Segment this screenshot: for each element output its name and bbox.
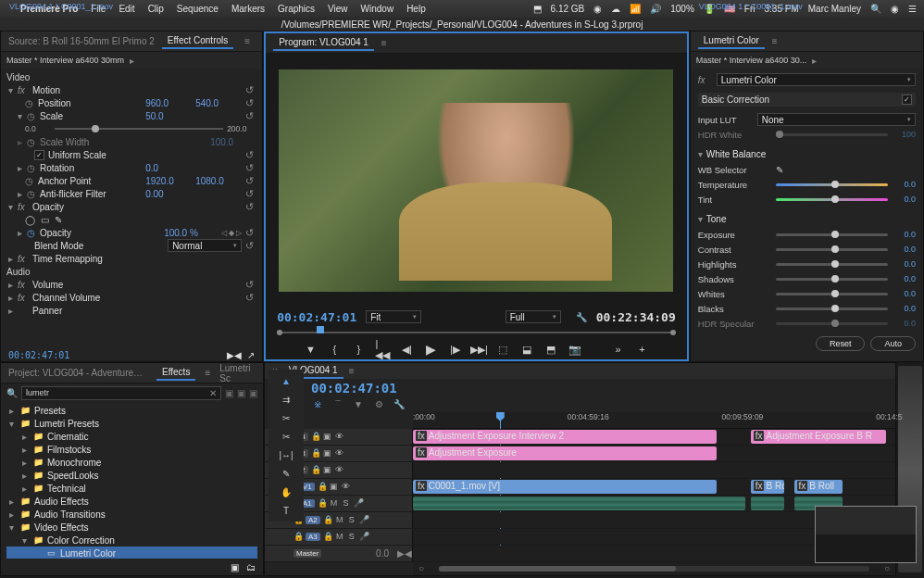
- tab-project[interactable]: Project: VLOG004 - Adventures in S-Log 3: [8, 368, 147, 378]
- lumetri-effect-dropdown[interactable]: Lumetri Color: [717, 73, 916, 86]
- scale-expand-icon[interactable]: ▾: [16, 111, 23, 121]
- marker-button[interactable]: ▼: [303, 342, 318, 357]
- notification-icon[interactable]: ☰: [908, 4, 917, 14]
- mic-icon[interactable]: 🎤: [354, 498, 363, 508]
- temp-value[interactable]: 0.0: [893, 180, 916, 189]
- step-forward-button[interactable]: |▶: [447, 342, 462, 357]
- fx-badge-icon[interactable]: fx: [18, 202, 29, 212]
- wrench-icon[interactable]: 🔧: [393, 398, 406, 411]
- eye-icon[interactable]: 👁: [342, 482, 351, 491]
- clip-adjustment-layer[interactable]: fxAdjustment Exposure: [413, 446, 717, 460]
- eyedropper-icon[interactable]: ✎: [776, 165, 783, 175]
- flicker-expand-icon[interactable]: ▸: [16, 189, 23, 199]
- master-value[interactable]: 0.0: [376, 548, 394, 559]
- temperature-slider[interactable]: [776, 183, 888, 186]
- toggle-icon[interactable]: ▣: [323, 432, 332, 441]
- link-icon[interactable]: ⌒: [331, 398, 344, 411]
- motion-expand-icon[interactable]: ▾: [6, 85, 14, 95]
- opacitypct-reset-icon[interactable]: ↺: [245, 227, 256, 239]
- mic-icon[interactable]: 🎤: [359, 532, 368, 541]
- keyframe-toggle-icon[interactable]: ◷: [27, 228, 36, 238]
- motion-label[interactable]: Motion: [32, 85, 242, 95]
- volume-label[interactable]: Volume: [32, 280, 242, 290]
- exposure-value[interactable]: 0.0: [893, 230, 916, 239]
- timeremap-expand-icon[interactable]: ▸: [6, 254, 14, 264]
- timeline-scrollbar[interactable]: [439, 566, 869, 572]
- lock-icon[interactable]: 🔒: [323, 532, 332, 541]
- filter-icon[interactable]: ▣: [225, 388, 233, 398]
- anchor-x-value[interactable]: 1920.0: [145, 176, 192, 186]
- anchor-reset-icon[interactable]: ↺: [245, 175, 256, 187]
- track-select-tool-icon[interactable]: ⇉: [279, 392, 293, 407]
- camera-button[interactable]: 📷: [568, 342, 582, 357]
- track-a2-label[interactable]: A2: [306, 516, 320, 524]
- panner-expand-icon[interactable]: ▸: [6, 306, 14, 316]
- snap-icon[interactable]: ※: [311, 398, 324, 411]
- chanvol-label[interactable]: Channel Volume: [32, 293, 242, 303]
- panel-menu-icon[interactable]: ≡: [205, 368, 210, 378]
- lock-icon[interactable]: 🔒: [318, 498, 327, 508]
- tree-item-presets[interactable]: ▸📁Presets: [6, 404, 257, 417]
- blend-reset-icon[interactable]: ↺: [245, 240, 256, 252]
- extract-button[interactable]: ⬓: [519, 342, 534, 357]
- timeline-timecode[interactable]: 00:02:47:01: [311, 381, 397, 396]
- expand-icon[interactable]: ▾: [19, 535, 29, 546]
- zoom-in-icon[interactable]: ○: [879, 563, 895, 573]
- pen-tool-icon[interactable]: ✎: [279, 466, 293, 481]
- auto-button[interactable]: Auto: [870, 336, 916, 351]
- mute-icon[interactable]: M: [335, 532, 344, 541]
- panel-menu-icon[interactable]: ≡: [772, 36, 778, 46]
- fx-badge-icon[interactable]: fx: [18, 254, 29, 264]
- tab-lumetri-scopes[interactable]: Lumetri Sc: [219, 363, 256, 383]
- clip-broll[interactable]: fxB Roll: [751, 480, 784, 494]
- new-item-icon[interactable]: 🗂: [246, 562, 256, 572]
- resolution-dropdown[interactable]: Full: [506, 310, 561, 323]
- selection-tool-icon[interactable]: ▲: [279, 373, 293, 388]
- eye-icon[interactable]: 👁: [335, 448, 344, 458]
- effect-timecode[interactable]: 00:02:47:01: [8, 350, 69, 360]
- clip-adjustment-layer[interactable]: fxAdjustment Exposure Interview 2: [413, 430, 717, 444]
- solo-icon[interactable]: S: [347, 515, 356, 524]
- tint-slider[interactable]: [776, 198, 888, 201]
- expand-icon[interactable]: ▾: [6, 522, 16, 533]
- opacity-expand-icon[interactable]: ▾: [6, 202, 14, 212]
- shadows-slider[interactable]: [776, 278, 888, 281]
- tint-value[interactable]: 0.0: [893, 195, 916, 204]
- menu-edit[interactable]: Edit: [119, 4, 134, 14]
- menu-clip[interactable]: Clip: [148, 4, 164, 14]
- rotation-expand-icon[interactable]: ▸: [16, 163, 23, 173]
- expand-icon[interactable]: ▸: [19, 445, 29, 455]
- effects-search-input[interactable]: ✕: [21, 386, 221, 400]
- export-frame-button[interactable]: ⬒: [543, 342, 558, 357]
- type-tool-icon[interactable]: T: [279, 503, 293, 518]
- expand-icon[interactable]: ▾: [6, 419, 16, 429]
- menu-markers[interactable]: Markers: [231, 4, 265, 14]
- volume-expand-icon[interactable]: ▸: [6, 280, 14, 290]
- filter-icon[interactable]: ▣: [237, 388, 245, 398]
- loop-icon[interactable]: ▶◀: [227, 350, 242, 360]
- wifi-icon[interactable]: 📶: [630, 4, 641, 14]
- track-master-label[interactable]: Master: [293, 549, 321, 558]
- solo-icon[interactable]: S: [347, 532, 356, 541]
- tree-item-monochrome[interactable]: ▸📁Monochrome: [6, 456, 257, 469]
- blend-mode-dropdown[interactable]: Normal: [168, 239, 242, 252]
- opacity-label[interactable]: Opacity: [32, 202, 242, 212]
- basic-enable-checkbox[interactable]: [902, 94, 912, 105]
- eye-icon[interactable]: 👁: [335, 465, 344, 474]
- user-name[interactable]: Marc Manley: [808, 4, 861, 14]
- opacity-pct-value[interactable]: 100.0 %: [164, 228, 210, 238]
- marker-icon[interactable]: ▼: [352, 398, 365, 411]
- mute-icon[interactable]: M: [335, 515, 344, 524]
- tree-item-cinematic[interactable]: ▸📁Cinematic: [6, 430, 257, 443]
- ripple-tool-icon[interactable]: ✂: [279, 410, 293, 425]
- menu-help[interactable]: Help: [406, 4, 426, 14]
- play-button[interactable]: ▶: [423, 342, 438, 357]
- keyframe-toggle-icon[interactable]: ◷: [27, 189, 36, 199]
- lift-button[interactable]: ⬚: [495, 342, 510, 357]
- blacks-value[interactable]: 0.0: [893, 304, 916, 313]
- clip-audio[interactable]: [413, 496, 745, 510]
- lumetri-clip-label[interactable]: VLOG004 1 * C0001_1.mov: [696, 1, 805, 15]
- tree-item-color-correction[interactable]: ▾📁Color Correction: [6, 534, 257, 547]
- lightroom-icon[interactable]: ◉: [593, 4, 602, 14]
- panner-label[interactable]: Panner: [32, 306, 256, 316]
